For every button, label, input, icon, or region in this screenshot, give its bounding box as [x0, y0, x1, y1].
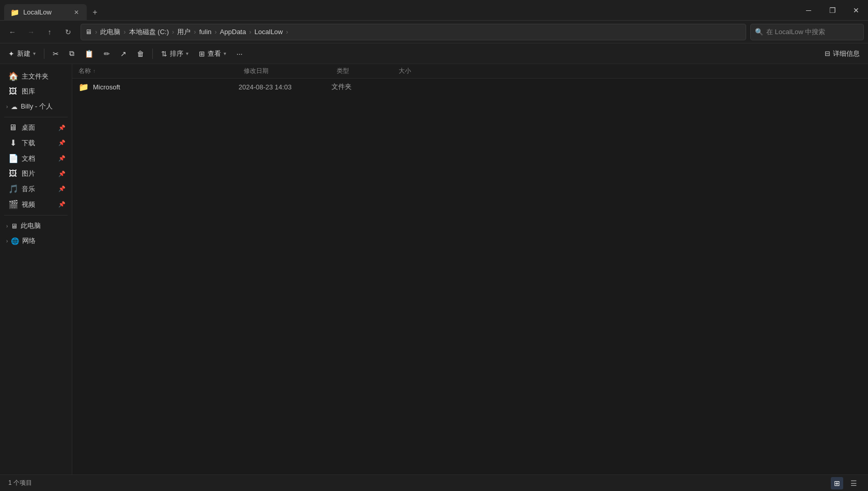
separator-1	[44, 49, 44, 59]
more-icon: ···	[236, 50, 243, 58]
col-name-sort-icon: ↑	[93, 68, 96, 74]
sidebar-item-billy[interactable]: › ☁ Billy - 个人	[2, 99, 70, 114]
col-type-label: 类型	[337, 67, 349, 75]
more-button[interactable]: ···	[232, 46, 247, 62]
thispc-icon: 🖥	[11, 222, 18, 230]
sidebar-divider-1	[4, 117, 68, 117]
documents-icon: 📄	[8, 154, 18, 163]
sidebar-item-downloads[interactable]: ⬇ 下载 📌	[2, 135, 70, 150]
col-date-header[interactable]: 修改日期	[242, 67, 335, 75]
sidebar-pictures-label: 图片	[22, 169, 35, 178]
delete-icon: 🗑	[137, 50, 144, 58]
active-tab[interactable]: 📁 LocalLow ✕	[4, 4, 87, 21]
new-button[interactable]: ✦ 新建 ▾	[4, 46, 40, 62]
table-row[interactable]: 📁 Microsoft 2024-08-23 14:03 文件夹	[74, 79, 866, 95]
tab-area: 📁 LocalLow ✕ +	[4, 0, 797, 20]
sidebar-item-thispc[interactable]: › 🖥 此电脑	[2, 219, 70, 233]
search-bar[interactable]: 🔍 在 LocalLow 中搜索	[750, 24, 864, 40]
view-icon: ⊞	[199, 50, 205, 58]
billy-cloud-icon: ☁	[11, 103, 18, 111]
main-area: 🏠 主文件夹 🖼 图库 › ☁ Billy - 个人 🖥 桌面 📌 ⬇ 下载 📌…	[0, 64, 868, 474]
copy-icon: ⧉	[69, 49, 74, 58]
breadcrumb-appdata[interactable]: AppData	[220, 28, 246, 36]
thispc-chevron: ›	[6, 223, 8, 229]
home-icon: 🏠	[8, 71, 18, 81]
sidebar-item-music[interactable]: 🎵 音乐 📌	[2, 181, 70, 196]
restore-button[interactable]: ❐	[820, 0, 844, 21]
sidebar-billy-label: Billy - 个人	[21, 102, 52, 111]
refresh-button[interactable]: ↻	[60, 24, 76, 40]
sort-icon: ⇅	[161, 50, 167, 58]
breadcrumb-localLow[interactable]: LocalLow	[255, 28, 283, 36]
minimize-button[interactable]: ─	[797, 0, 820, 21]
paste-button[interactable]: 📋	[81, 46, 98, 62]
sidebar-item-documents[interactable]: 📄 文档 📌	[2, 151, 70, 166]
documents-pin-icon: 📌	[58, 155, 66, 162]
videos-icon: 🎬	[8, 200, 18, 209]
pictures-pin-icon: 📌	[58, 171, 66, 177]
col-type-header[interactable]: 类型	[335, 67, 397, 75]
sidebar-item-desktop[interactable]: 🖥 桌面 📌	[2, 120, 70, 135]
col-size-label: 大小	[399, 67, 411, 75]
sidebar-item-home[interactable]: 🏠 主文件夹	[2, 69, 70, 84]
col-name-header[interactable]: 名称 ↑	[76, 67, 242, 75]
separator-2	[152, 49, 153, 59]
view-dropdown-icon: ▾	[224, 51, 226, 56]
gallery-icon: 🖼	[8, 87, 18, 96]
up-button[interactable]: ↑	[41, 24, 58, 40]
cut-icon: ✂	[53, 50, 59, 58]
forward-button[interactable]: →	[23, 24, 39, 40]
search-icon: 🔍	[755, 28, 763, 36]
sort-label: 排序	[170, 49, 183, 58]
list-view-button[interactable]: ☰	[847, 477, 860, 489]
rename-icon: ✏	[104, 50, 110, 58]
share-button[interactable]: ↗	[116, 46, 131, 62]
downloads-pin-icon: 📌	[58, 140, 66, 146]
music-pin-icon: 📌	[58, 186, 66, 192]
window-controls: ─ ❐ ✕	[797, 0, 868, 20]
tab-close-button[interactable]: ✕	[72, 8, 81, 17]
details-button[interactable]: ⊟ 详细信息	[820, 46, 864, 62]
rename-button[interactable]: ✏	[100, 46, 114, 62]
address-bar[interactable]: 🖥 › 此电脑 › 本地磁盘 (C:) › 用户 › fulin › AppDa…	[81, 24, 746, 40]
sidebar-thispc-label: 此电脑	[21, 221, 41, 231]
details-label: 详细信息	[833, 49, 860, 58]
col-size-header[interactable]: 大小	[397, 67, 448, 75]
file-date-cell: 2024-08-23 14:03	[239, 83, 332, 91]
close-button[interactable]: ✕	[844, 0, 868, 21]
copy-button[interactable]: ⧉	[65, 46, 78, 62]
back-button[interactable]: ←	[4, 24, 21, 40]
sidebar-divider-2	[4, 215, 68, 216]
folder-icon: 📁	[78, 82, 89, 92]
sidebar-item-gallery[interactable]: 🖼 图库	[2, 84, 70, 99]
breadcrumb-thispc[interactable]: 此电脑	[100, 27, 120, 37]
file-name-cell: 📁 Microsoft	[78, 82, 239, 92]
sidebar-item-videos[interactable]: 🎬 视频 📌	[2, 197, 70, 212]
sidebar-network-label: 网络	[22, 236, 36, 246]
address-icon: 🖥	[85, 28, 92, 36]
sort-button[interactable]: ⇅ 排序 ▾	[157, 46, 193, 62]
breadcrumb-disk[interactable]: 本地磁盘 (C:)	[129, 27, 169, 37]
grid-view-button[interactable]: ⊞	[831, 477, 843, 489]
file-area: 名称 ↑ 修改日期 类型 大小 📁 Microsoft 2024-08-23 1…	[72, 64, 868, 474]
sidebar-downloads-label: 下载	[22, 139, 35, 148]
file-name-label: Microsoft	[93, 83, 120, 91]
sidebar-home-label: 主文件夹	[22, 72, 49, 81]
new-tab-button[interactable]: +	[87, 4, 103, 21]
sidebar-desktop-label: 桌面	[22, 123, 35, 132]
nav-bar: ← → ↑ ↻ 🖥 › 此电脑 › 本地磁盘 (C:) › 用户 › fulin…	[0, 21, 868, 43]
view-button[interactable]: ⊞ 查看 ▾	[195, 46, 230, 62]
cut-button[interactable]: ✂	[49, 46, 63, 62]
sidebar-music-label: 音乐	[22, 185, 35, 194]
new-dropdown-icon: ▾	[33, 51, 36, 56]
desktop-icon: 🖥	[8, 123, 18, 132]
breadcrumb-users[interactable]: 用户	[177, 27, 191, 37]
delete-button[interactable]: 🗑	[133, 46, 148, 62]
tab-label: LocalLow	[23, 8, 52, 16]
sidebar-item-pictures[interactable]: 🖼 图片 📌	[2, 166, 70, 181]
new-icon: ✦	[8, 50, 14, 58]
view-label: 查看	[208, 49, 221, 58]
breadcrumb-fulin[interactable]: fulin	[199, 28, 212, 36]
sort-dropdown-icon: ▾	[186, 51, 188, 56]
sidebar-item-network[interactable]: › 🌐 网络	[2, 234, 70, 248]
